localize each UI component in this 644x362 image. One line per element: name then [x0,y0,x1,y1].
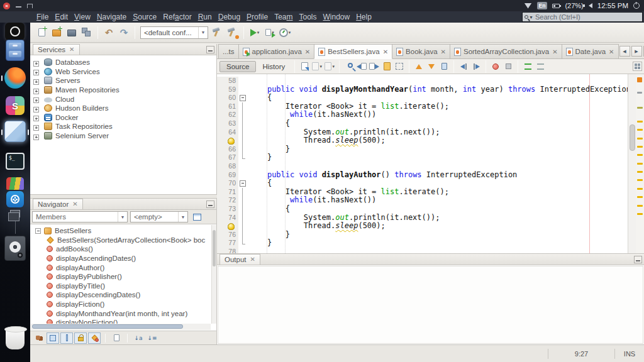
line-number-gutter[interactable]: 59 [217,85,238,94]
editor-tab-sortedarraycollection-java[interactable]: SortedArrayCollection.java✕ [450,44,562,58]
back-button[interactable]: ▾ [311,60,323,73]
menu-refactor[interactable]: Refactor [160,13,194,21]
prev-bookmark-button[interactable] [413,60,425,73]
uncomment-button[interactable] [534,60,547,73]
navigator-member[interactable]: addBooks() [30,244,211,254]
editor-tab----ts[interactable]: ...ts [218,44,239,58]
expander-icon[interactable] [33,79,39,85]
scroll-tabs-right-button[interactable]: ▶ [631,46,642,57]
line-number-gutter[interactable]: 63 [217,119,238,128]
save-all-button[interactable] [79,25,94,40]
services-item-servers[interactable]: Servers [30,76,216,85]
profile-button[interactable]: ▾ [277,25,292,40]
expander-icon[interactable] [33,97,39,103]
find-button[interactable] [343,60,355,73]
minimize-window-button[interactable] [16,6,21,8]
dock-item-window-switcher[interactable] [5,210,20,217]
open-project-button[interactable] [64,25,79,40]
expander-icon[interactable] [33,125,39,131]
menu-view[interactable]: View [71,13,94,21]
code-fold-control[interactable] [238,214,247,222]
prev-occurrence-button[interactable] [355,60,368,73]
editor-vertical-scrollbar[interactable] [628,74,636,253]
close-window-button[interactable]: × [3,3,10,9]
inherited-filter-button[interactable] [33,332,45,344]
line-number-gutter[interactable]: 67 [217,153,238,162]
shift-right-button[interactable] [470,60,482,73]
stop-macro-button[interactable] [502,60,514,73]
navigator-member[interactable]: displayFiction() [30,300,211,309]
expander-icon[interactable] [33,61,39,67]
keyboard-layout-indicator[interactable]: En [537,2,548,9]
menu-edit[interactable]: Edit [52,13,71,21]
close-icon[interactable]: ✕ [72,201,77,207]
services-item-databases[interactable]: Databases [30,58,216,67]
close-tab-icon[interactable]: ✕ [305,48,310,55]
scope-select[interactable]: Members ▼ [32,211,128,222]
navigator-member[interactable]: displayMonthandYear(int month, int year) [30,309,211,318]
constructors-filter-button[interactable] [88,332,101,344]
battery-icon[interactable] [552,4,560,8]
run-button[interactable]: ▾ [247,25,262,40]
dock-item-virtualbox[interactable] [4,121,26,142]
services-item-selenium-server[interactable]: Selenium Server [30,131,216,141]
menu-profile[interactable]: Profile [243,13,271,21]
menu-team[interactable]: Team [271,13,296,21]
select-rect-button[interactable] [393,60,406,73]
editor-tab-book-java[interactable]: Book.java✕ [392,44,450,58]
code-fold-control[interactable] [238,102,247,111]
build-button[interactable] [210,25,225,40]
line-number-gutter[interactable]: 64 [217,128,238,137]
expander-icon[interactable] [33,116,39,121]
fields-filter-button[interactable] [47,332,59,344]
line-number-gutter[interactable]: 70 [217,179,238,188]
line-number-gutter[interactable]: 76 [217,231,238,239]
menu-window[interactable]: Window [320,13,353,21]
code-fold-control[interactable] [238,196,247,205]
navigator-member[interactable]: displayNonFiction() [30,318,211,324]
navigator-member[interactable]: BestSellers(SortedArrayCollection<Book> … [30,236,211,245]
close-icon[interactable]: ✕ [69,47,74,53]
menu-file[interactable]: File [33,13,52,21]
warning-bulb-icon[interactable] [228,138,235,145]
minimize-panel-button[interactable] [634,256,642,263]
dock-item-trash[interactable] [6,328,25,349]
services-item-maven-repositories[interactable]: Maven Repositories [30,85,216,95]
menu-help[interactable]: Help [353,13,375,21]
record-macro-button[interactable] [489,60,502,73]
filter-select[interactable]: <empty> ▼ [130,211,188,222]
code-fold-control[interactable] [238,239,247,248]
redo-button[interactable]: ↷ [116,25,131,40]
editor-tab-bestsellers-java[interactable]: BestSellers.java✕ [314,44,392,59]
close-tab-icon[interactable]: ✕ [609,48,614,55]
navigator-member[interactable]: displayAscendingDates() [30,254,211,263]
dock-item-app-grid[interactable] [6,191,24,207]
close-tab-icon[interactable]: ✕ [383,48,388,55]
minimize-panel-button[interactable] [206,200,214,208]
scroll-tabs-left-button[interactable]: ◀ [619,46,630,57]
line-number-gutter[interactable] [217,222,238,231]
code-fold-control[interactable] [238,231,247,239]
close-tab-icon[interactable]: ✕ [552,48,557,55]
code-fold-control[interactable] [238,205,247,214]
output-body[interactable] [218,266,643,344]
shade-window-button[interactable] [27,4,33,8]
expander-icon[interactable] [33,89,39,94]
code-editor[interactable]: 5859 public void displayMonthandYear(int… [217,74,644,253]
line-number-gutter[interactable]: 62 [217,111,238,119]
line-number-gutter[interactable]: 74 [217,214,238,222]
line-number-gutter[interactable]: 68 [217,162,238,171]
navigator-root-bestsellers[interactable]: BestSellers [30,226,211,236]
navigator-member[interactable]: displayAuthor() [30,263,211,272]
debug-button[interactable]: ▾ [262,25,277,40]
code-fold-control[interactable] [238,119,247,128]
code-fold-control[interactable] [238,145,247,154]
minimize-panel-button[interactable] [206,46,214,53]
view-tab-history[interactable]: History [256,62,291,72]
line-number-gutter[interactable]: 69 [217,171,238,180]
search-dropdown-icon[interactable]: ▼ [529,15,533,19]
clean-build-button[interactable] [225,25,240,40]
menu-source[interactable]: Source [130,13,160,21]
dock-item-firefox[interactable] [4,67,26,89]
tab-services[interactable]: Services ✕ [33,44,80,55]
